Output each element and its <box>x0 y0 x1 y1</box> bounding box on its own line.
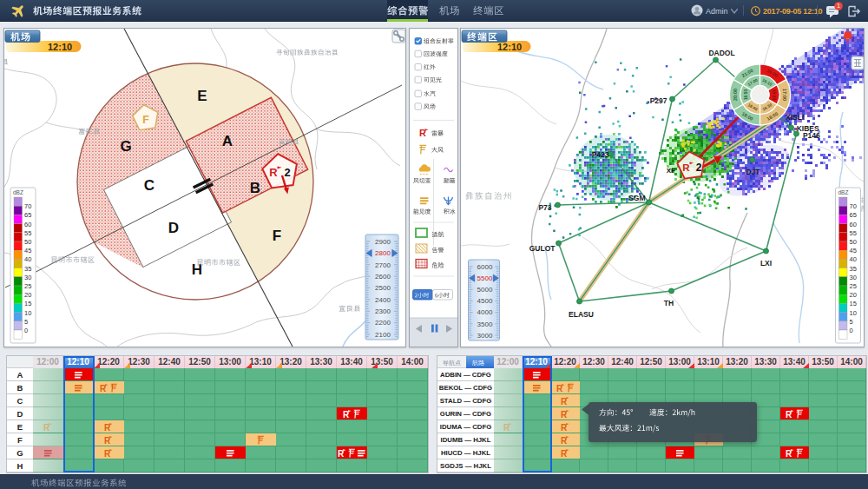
svg-text:SGM: SGM <box>628 194 645 202</box>
svg-text:2200: 2200 <box>375 319 391 327</box>
svg-text:50: 50 <box>850 238 857 246</box>
svg-text:16:50: 16:50 <box>744 89 748 100</box>
svg-text:2900: 2900 <box>375 238 391 246</box>
svg-text:5500: 5500 <box>477 274 493 282</box>
svg-text:5: 5 <box>850 318 853 326</box>
svg-text:R: R <box>682 162 690 173</box>
svg-text:40: 40 <box>24 255 31 263</box>
svg-text:E: E <box>197 88 207 104</box>
svg-text:30: 30 <box>24 274 31 281</box>
svg-text:XISLI: XISLI <box>786 113 804 122</box>
svg-text:10: 10 <box>850 309 857 317</box>
svg-text:C: C <box>144 177 155 194</box>
svg-text:2300: 2300 <box>375 307 391 315</box>
svg-text:55: 55 <box>850 229 857 237</box>
svg-text:30: 30 <box>850 274 857 281</box>
svg-text:0: 0 <box>850 327 853 334</box>
svg-text:2800: 2800 <box>375 249 391 257</box>
svg-text:dBZ: dBZ <box>838 189 849 195</box>
svg-text:2600: 2600 <box>375 273 391 281</box>
svg-text:3500: 3500 <box>477 320 493 328</box>
svg-text:15: 15 <box>24 300 31 307</box>
svg-text:LXI: LXI <box>760 259 772 268</box>
svg-text:2100: 2100 <box>375 331 391 339</box>
svg-text:G: G <box>120 138 131 155</box>
svg-text:12:10: 12:10 <box>48 42 72 52</box>
svg-text:45: 45 <box>850 247 857 254</box>
svg-text:20:00: 20:00 <box>733 89 738 101</box>
svg-text:1: 1 <box>837 3 840 9</box>
svg-text:2400: 2400 <box>375 296 391 304</box>
svg-text:4500: 4500 <box>477 297 493 305</box>
svg-text:65: 65 <box>24 211 31 219</box>
svg-text:40: 40 <box>850 255 857 263</box>
svg-text:15: 15 <box>850 300 857 307</box>
svg-text:P297: P297 <box>650 96 667 105</box>
svg-text:12:10: 12:10 <box>497 42 522 52</box>
svg-text:3000: 3000 <box>477 332 493 340</box>
svg-text:55: 55 <box>24 229 31 237</box>
svg-text:70: 70 <box>850 202 857 210</box>
svg-text:65: 65 <box>850 211 857 219</box>
svg-text:60: 60 <box>850 221 857 228</box>
svg-text:35: 35 <box>24 265 31 273</box>
svg-text:2: 2 <box>696 162 702 174</box>
svg-text:0: 0 <box>24 327 28 334</box>
svg-text:5000: 5000 <box>477 286 493 294</box>
svg-text:2500: 2500 <box>375 284 391 292</box>
svg-text:16:20: 16:20 <box>772 89 776 100</box>
svg-text:2700: 2700 <box>375 261 391 269</box>
svg-text:dBZ: dBZ <box>13 189 23 195</box>
svg-text:10: 10 <box>24 309 31 317</box>
svg-text:A: A <box>222 133 233 149</box>
svg-text:P146: P146 <box>803 131 820 140</box>
svg-text:25: 25 <box>24 282 31 290</box>
svg-text:D: D <box>168 220 179 236</box>
svg-text:20: 20 <box>24 291 31 299</box>
svg-text:4000: 4000 <box>477 308 493 316</box>
svg-text:50: 50 <box>24 238 31 246</box>
svg-text:20: 20 <box>850 291 857 299</box>
svg-text:F: F <box>273 228 281 244</box>
svg-text:P73: P73 <box>538 203 551 212</box>
svg-text:DADOL: DADOL <box>708 49 734 57</box>
svg-text:45: 45 <box>24 247 31 254</box>
svg-text:5: 5 <box>24 318 28 326</box>
svg-text:17:00: 17:00 <box>782 89 787 101</box>
svg-text:6000: 6000 <box>477 263 493 271</box>
svg-text:GULOT: GULOT <box>529 244 556 253</box>
svg-text:P423: P423 <box>592 150 609 159</box>
svg-text:DJT: DJT <box>746 168 760 176</box>
svg-text:60: 60 <box>24 221 31 228</box>
svg-text:XF: XF <box>667 167 675 175</box>
svg-text:35: 35 <box>850 265 857 273</box>
svg-text:F: F <box>142 114 149 126</box>
svg-text:2: 2 <box>284 166 290 179</box>
svg-text:R: R <box>269 166 278 179</box>
svg-text:ELASU: ELASU <box>569 310 594 319</box>
svg-text:70: 70 <box>24 202 31 210</box>
svg-text:TH: TH <box>664 299 674 307</box>
svg-text:B: B <box>250 180 260 196</box>
svg-text:25: 25 <box>850 282 857 290</box>
